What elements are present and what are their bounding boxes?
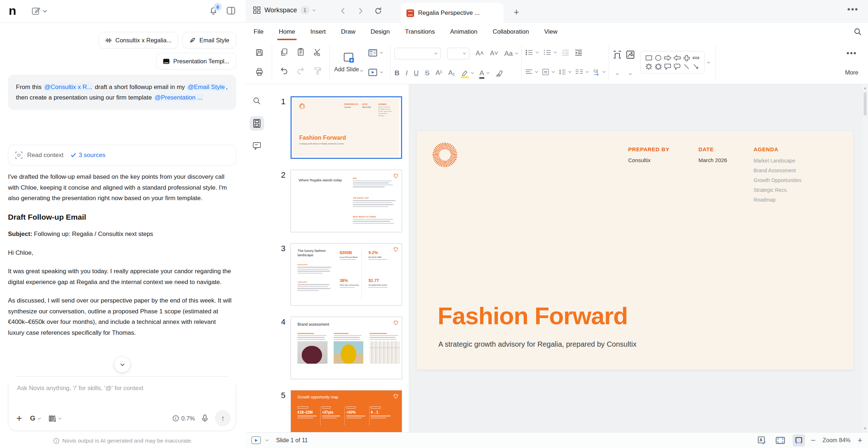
chevron-down-icon[interactable]	[266, 438, 268, 441]
shape-arrow-right[interactable]	[664, 55, 671, 61]
paste-button[interactable]	[297, 48, 305, 56]
menu-animation[interactable]: Animation	[450, 28, 477, 35]
strikethrough-button[interactable]: S	[425, 69, 430, 77]
font-family-select[interactable]	[395, 48, 441, 59]
thumbnail-slide-3[interactable]: The luxury fashion landscape HIGHLIGHTS …	[291, 243, 402, 306]
shape-callout-round[interactable]	[674, 64, 680, 70]
copy-button[interactable]	[280, 48, 288, 56]
send-button[interactable]: ↑	[215, 410, 231, 426]
read-context-card[interactable]: Read context 3 sources	[8, 145, 236, 165]
slide-subtitle[interactable]: A strategic growth advisory for Regalia,…	[438, 340, 637, 348]
find-button[interactable]	[250, 94, 264, 108]
columns-dropdown[interactable]	[575, 69, 588, 75]
mention-transcript[interactable]: @Consultix x R...	[43, 83, 93, 91]
forward-icon[interactable]	[356, 7, 364, 15]
layout-dropdown[interactable]	[368, 48, 383, 57]
shape-ellipse[interactable]	[655, 55, 662, 61]
print-button[interactable]	[255, 68, 264, 76]
sources-link[interactable]: 3 sources	[71, 152, 105, 159]
superscript-button[interactable]: A¹	[435, 69, 442, 77]
line-spacing-dropdown[interactable]	[559, 69, 571, 75]
decrease-indent-button[interactable]	[562, 49, 569, 56]
font-size-select[interactable]	[447, 48, 470, 59]
save-button[interactable]	[255, 48, 264, 57]
thumbnail-slide-4[interactable]: Brand assessment	[291, 317, 402, 379]
bold-button[interactable]: B	[395, 69, 400, 77]
mention-email-style[interactable]: @Email Style	[187, 83, 226, 91]
italic-button[interactable]: I	[406, 69, 408, 77]
shape-callout-square[interactable]	[664, 64, 671, 70]
menu-home[interactable]: Home	[279, 28, 295, 35]
shape-minus[interactable]	[693, 57, 699, 59]
new-chat-button[interactable]	[31, 7, 46, 16]
context-chip-transcript[interactable]: Consultix x Regalia...	[99, 32, 178, 48]
current-slide[interactable]: PREPARED BY Consultix DATE March 2026 AG…	[417, 131, 854, 370]
insert-image-button[interactable]	[626, 50, 635, 59]
menu-insert[interactable]: Insert	[310, 28, 326, 35]
clear-formatting-button[interactable]	[495, 69, 503, 77]
notifications-button[interactable]: 6	[209, 6, 218, 15]
panel-toggle-button[interactable]	[226, 7, 235, 15]
text-direction-dropdown[interactable]	[593, 68, 605, 76]
shapes-more-chevron[interactable]	[707, 60, 710, 63]
undo-button[interactable]	[280, 67, 288, 75]
cut-button[interactable]	[313, 48, 322, 56]
workspace-switcher[interactable]: Workspace 1	[253, 6, 315, 14]
shape-line[interactable]	[684, 64, 689, 69]
numbered-list-dropdown[interactable]	[543, 49, 556, 56]
comments-button[interactable]	[250, 139, 264, 153]
shape-star-burst-2[interactable]	[655, 63, 662, 70]
fit-slide-button[interactable]	[774, 435, 787, 446]
redo-button[interactable]	[296, 67, 305, 75]
fit-width-button[interactable]	[793, 434, 805, 447]
align-dropdown[interactable]	[525, 69, 538, 75]
font-color-dropdown[interactable]: A	[480, 69, 489, 77]
change-case-dropdown[interactable]: Aa	[504, 50, 518, 58]
chevron-down-icon[interactable]	[616, 72, 619, 75]
bullet-list-dropdown[interactable]	[525, 49, 538, 56]
scroll-down-arrow[interactable]: ▼	[862, 425, 868, 432]
thumbnail-slide-2[interactable]: Where Regalia stands today NPS THE DIGIT…	[291, 170, 402, 232]
highlight-color-dropdown[interactable]	[461, 70, 473, 76]
increase-indent-button[interactable]	[575, 49, 583, 56]
toolbar-more-button[interactable]: ••• More	[840, 43, 864, 82]
thumbnail-slide-5[interactable]: Growth opportunity map €18–22M +37pts	[291, 390, 402, 432]
new-tab-button[interactable]: +	[514, 7, 519, 18]
mention-presentation[interactable]: @Presentation ...	[154, 94, 204, 101]
shape-rectangle[interactable]	[646, 55, 652, 60]
slide-title[interactable]: Fashion Forward	[438, 302, 628, 330]
zoom-in-button[interactable]: +	[857, 436, 862, 444]
shape-plus[interactable]	[684, 55, 690, 61]
increase-font-button[interactable]: A˄	[476, 50, 484, 57]
search-button[interactable]	[854, 28, 862, 36]
subscript-button[interactable]: A₁	[448, 69, 455, 77]
context-usage[interactable]: 0.7%	[172, 415, 195, 422]
decrease-font-button[interactable]: A˅	[490, 50, 498, 57]
menu-transitions[interactable]: Transitions	[405, 28, 435, 35]
chevron-down-icon[interactable]	[43, 8, 47, 12]
context-chip-email-style[interactable]: Email Style	[183, 32, 236, 48]
shape-arrow-left[interactable]	[673, 55, 681, 61]
spellcheck-button[interactable]	[756, 434, 768, 447]
scroll-to-bottom-button[interactable]	[114, 357, 130, 372]
scrollbar-thumb[interactable]	[864, 92, 867, 115]
back-icon[interactable]	[339, 7, 347, 15]
chevron-down-icon[interactable]	[629, 72, 632, 75]
text-box-button[interactable]	[613, 50, 622, 59]
window-more-icon[interactable]: •••	[847, 4, 859, 14]
menu-view[interactable]: View	[544, 28, 558, 35]
zoom-out-button[interactable]: −	[811, 436, 815, 444]
library-selector[interactable]	[49, 415, 61, 422]
canvas-scrollbar[interactable]: ▲ ▼	[862, 84, 868, 432]
refresh-icon[interactable]	[374, 7, 383, 15]
menu-design[interactable]: Design	[371, 28, 390, 35]
model-selector[interactable]: G	[30, 414, 41, 422]
underline-button[interactable]: U	[414, 69, 419, 77]
format-painter-button[interactable]	[313, 67, 321, 75]
add-slide-button[interactable]: Add Slide	[333, 43, 364, 82]
start-slideshow-button[interactable]	[251, 436, 261, 444]
scroll-up-arrow[interactable]: ▲	[862, 84, 868, 92]
document-tab[interactable]: Regalia Perspective ...	[401, 3, 504, 23]
context-chip-presentation-template[interactable]: Presentation Templ...	[156, 53, 236, 69]
chat-input[interactable]	[8, 377, 236, 392]
